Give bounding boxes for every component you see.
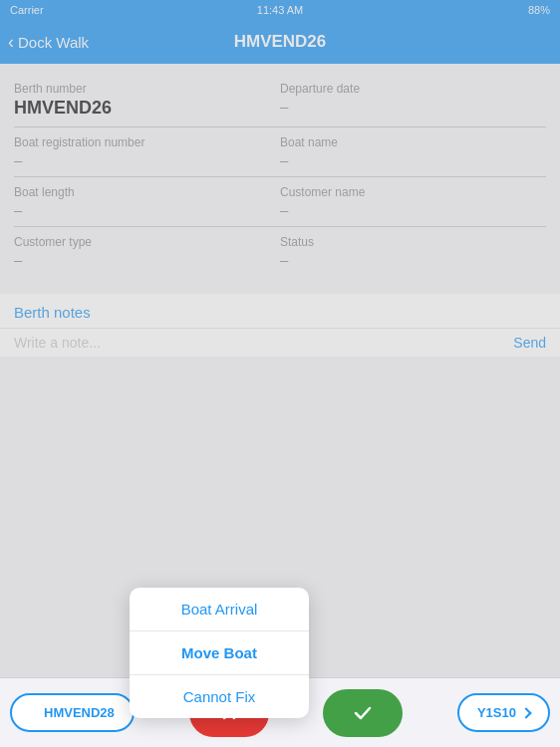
prev-chevron-icon	[28, 707, 39, 718]
popup-item-cannot-fix[interactable]: Cannot Fix	[130, 675, 309, 718]
popup-item-move-boat[interactable]: Move Boat	[130, 631, 309, 675]
prev-berth-label: HMVEND28	[44, 705, 115, 720]
confirm-button[interactable]	[323, 689, 403, 737]
popup-item-boat-arrival[interactable]: Boat Arrival	[130, 588, 309, 631]
confirm-icon	[349, 699, 377, 727]
prev-berth-button[interactable]: HMVEND28	[10, 693, 135, 732]
next-chevron-icon	[520, 707, 531, 718]
popup-menu: Boat Arrival Move Boat Cannot Fix	[130, 588, 309, 718]
next-berth-label: Y1S10	[477, 705, 516, 720]
next-berth-button[interactable]: Y1S10	[457, 693, 550, 732]
